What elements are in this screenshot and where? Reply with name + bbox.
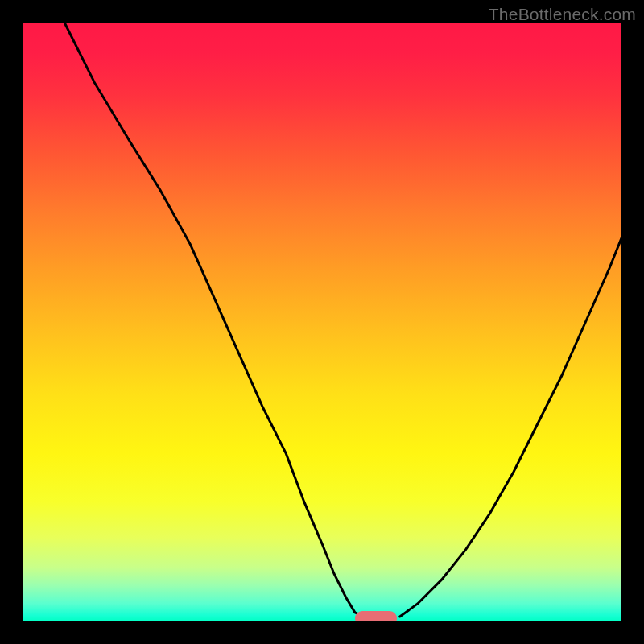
curve-left	[64, 23, 364, 617]
chart-frame: TheBottleneck.com	[0, 0, 644, 644]
optimal-marker	[355, 611, 397, 621]
bottleneck-curve	[23, 23, 621, 621]
plot-area	[23, 23, 621, 621]
watermark-text: TheBottleneck.com	[489, 5, 636, 24]
curve-right	[400, 238, 621, 617]
